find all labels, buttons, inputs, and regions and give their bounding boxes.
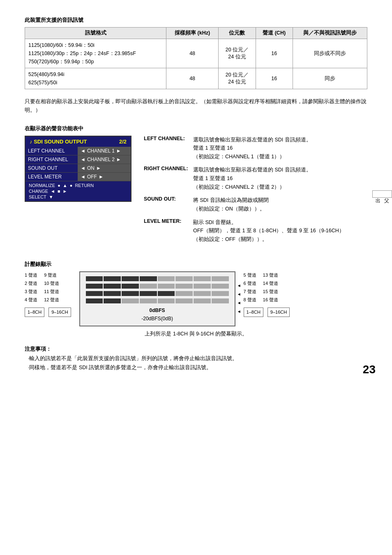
- right-channel-labels: 5 聲道 6 聲道 7 聲道 8 聲道 13 聲道 14 聲道 15 聲道 16…: [244, 271, 290, 317]
- meter-wrapper: ◄◄◄◄ 0dBFS -20dBFS(0dB): [79, 271, 235, 326]
- seg: [104, 276, 121, 281]
- ch7-label: 7 聲道: [244, 288, 256, 296]
- desc-right-channel: RIGHT CHANNEL: 選取訊號會輸出至顯示器右聲道的 SDI 音訊頻道。…: [144, 166, 367, 191]
- right-col2: 13 聲道 14 聲道 15 聲道 16 聲道: [263, 271, 278, 304]
- meter-bar-4: [86, 298, 229, 303]
- left-col1: 1 聲道 2 聲道 3 聲道 4 聲道: [25, 271, 37, 304]
- level-meter-value: OFF: [87, 174, 97, 180]
- sdi-menu-page: 2/2: [119, 139, 127, 145]
- seg: [86, 284, 103, 289]
- audio-section: ♪ SDI SOUND OUTPUT 2/2 LEFT CHANNEL ◄ CH…: [25, 136, 367, 249]
- cell-sync-1: 同步或不同步: [293, 39, 367, 68]
- seg: [194, 284, 211, 289]
- left-channel-labels: 1 聲道 2 聲道 3 聲道 4 聲道 9 聲道 10 聲道 11 聲道 12 …: [25, 271, 71, 317]
- desc-label-meter: LEVEL METER:: [144, 218, 189, 244]
- ch8-label: 8 聲道: [244, 296, 256, 304]
- cell-format-1: 1125(1080)/60i：59.94i：50i 1125(1080)/30p…: [25, 39, 166, 68]
- note-item-2: ·同樣地，聲道若不是 SDI 訊號所選的多聲道之一，亦會停止輸出該音訊訊號。: [25, 363, 367, 372]
- page-container: 此裝置所支援的音訊訊號 訊號格式 採樣頻率 (kHz) 位元數 聲道 (CH) …: [0, 0, 392, 388]
- desc-content-sound: 將 SDI 音訊輸出設為開啟或關閉（初始設定：ON（開啟））。: [193, 196, 269, 213]
- ch10-label: 10 聲道: [44, 280, 59, 288]
- sdi-menu-header: ♪ SDI SOUND OUTPUT 2/2: [25, 136, 131, 147]
- channel2-label: CHANNEL 2: [87, 157, 115, 162]
- seg: [212, 298, 229, 303]
- arrow-left-icon3: ◄: [81, 165, 85, 171]
- change-left-icon: ◄: [51, 189, 55, 194]
- notes-section: 注意事項： ·輸入的訊號若不是「此裝置所支援的音訊訊號」所列的訊號，將會停止輸出…: [25, 346, 367, 372]
- right-tab: 父 出: [372, 190, 392, 198]
- desc-left-channel: LEFT CHANNEL: 選取訊號會輸出至顯示器左聲道的 SDI 音訊頻道。聲…: [144, 136, 367, 161]
- seg: [212, 284, 229, 289]
- sdi-bottom-row3: SELECT ▼: [29, 194, 127, 199]
- seg: [122, 276, 139, 281]
- seg: [194, 291, 211, 296]
- left-col2: 9 聲道 10 聲道 11 聲道 12 聲道: [44, 271, 59, 304]
- right-col1: 5 聲道 6 聲道 7 聲道 8 聲道: [244, 271, 256, 304]
- section1: 此裝置所支援的音訊訊號 訊號格式 採樣頻率 (kHz) 位元數 聲道 (CH) …: [25, 16, 367, 89]
- seg: [86, 298, 103, 303]
- sdi-label-level-meter: LEVEL METER: [25, 173, 78, 181]
- col-header-bitdepth: 位元數: [219, 28, 256, 39]
- ch13-label: 13 聲道: [263, 271, 278, 280]
- sdi-label-right-channel: RIGHT CHANNEL: [25, 155, 78, 164]
- ch5-label: 5 聲道: [244, 271, 256, 280]
- seg: [104, 291, 121, 296]
- seg: [104, 284, 121, 289]
- desc-content-right: 選取訊號會輸出至顯示器右聲道的 SDI 音訊頻道。聲道 1 至聲道 16（初始設…: [193, 166, 311, 191]
- ch12-label: 12 聲道: [44, 296, 59, 304]
- square-icon: ■: [58, 189, 60, 194]
- sdi-value-right-channel: ◄ CHANNEL 2 ►: [78, 155, 131, 164]
- sdi-value-left-channel: ◄ CHANNEL 1 ►: [78, 147, 131, 155]
- sdi-label-sound-out: SOUND OUT: [25, 164, 78, 172]
- meter-caption: 上列所示是 1-8CH 與 9-16CH 的螢幕顯示。: [25, 331, 367, 338]
- music-icon: ♪ SDI SOUND OUTPUT: [30, 139, 87, 145]
- sdi-bottom-row2: CHANGE ◄ ■ ►: [29, 189, 127, 194]
- meter-bar-1: [86, 276, 229, 281]
- cell-samplerate-2: 48: [166, 68, 219, 89]
- seg: [212, 291, 229, 296]
- left-ch-box-9-16: 9–16CH: [48, 308, 71, 317]
- note-item-1: ·輸入的訊號若不是「此裝置所支援的音訊訊號」所列的訊號，將會停止輸出該音訊訊號。: [25, 354, 367, 363]
- ch15-label: 15 聲道: [263, 288, 278, 296]
- cell-samplerate-1: 48: [166, 39, 219, 68]
- sdi-value-sound-out: ◄ ON ►: [78, 164, 131, 172]
- seg: [158, 284, 175, 289]
- arrow-right-icon: ►: [116, 148, 121, 154]
- seg: [140, 276, 157, 281]
- change-label: CHANGE: [29, 189, 48, 194]
- ch1-label: 1 聲道: [25, 271, 37, 280]
- col-header-channels: 聲道 (CH): [256, 28, 293, 39]
- ch9-label: 9 聲道: [44, 271, 59, 280]
- table-row: 525(480)/59.94i625(575)/50i 48 20 位元／24 …: [25, 68, 367, 89]
- meter-display-area: 1 聲道 2 聲道 3 聲道 4 聲道 9 聲道 10 聲道 11 聲道 12 …: [25, 271, 367, 326]
- table-row: 1125(1080)/60i：59.94i：50i 1125(1080)/30p…: [25, 39, 367, 68]
- signal-table: 訊號格式 採樣頻率 (kHz) 位元數 聲道 (CH) 與／不與視訊訊號同步 1…: [25, 27, 367, 89]
- sdi-row-sound-out: SOUND OUT ◄ ON ►: [25, 164, 131, 173]
- cell-format-2: 525(480)/59.94i625(575)/50i: [25, 68, 166, 89]
- seg: [175, 291, 193, 296]
- left-ch-box-1-8: 1–8CH: [25, 308, 44, 317]
- ch14-label: 14 聲道: [263, 280, 278, 288]
- meter-pointers: ◄◄◄◄: [237, 281, 241, 316]
- sdi-row-level-meter: LEVEL METER ◄ OFF ►: [25, 173, 131, 181]
- page-number: 23: [363, 363, 376, 376]
- dot-icon: ●: [58, 183, 60, 188]
- desc-level-meter: LEVEL METER: 顯示 SDI 音壓錶。OFF（關閉），聲道 1 至 8…: [144, 218, 367, 244]
- arrow-right-icon2: ►: [116, 157, 121, 162]
- sdi-label-left-channel: LEFT CHANNEL: [25, 147, 78, 155]
- desc-sound-out: SOUND OUT: 將 SDI 音訊輸出設為開啟或關閉（初始設定：ON（開啟）…: [144, 196, 367, 213]
- left-ch-boxes: 1–8CH 9–16CH: [25, 306, 71, 317]
- seg: [175, 284, 193, 289]
- seg: [194, 276, 211, 281]
- seg: [194, 298, 211, 303]
- desc-content-left: 選取訊號會輸出至顯示器左聲道的 SDI 音訊頻道。聲道 1 至聲道 16（初始設…: [193, 136, 311, 161]
- channel1-label: CHANNEL 1: [87, 148, 115, 154]
- right-ch-box-1-8: 1–8CH: [244, 308, 263, 317]
- meter-20dbfs-label: -20dBFS(0dB): [86, 316, 229, 321]
- body-text: 只要在相容的顯示器上安裝此端子板，即可由顯示器執行板上的音訊設定。（如需顯示器與…: [25, 97, 367, 115]
- arrow-right-icon3: ►: [96, 165, 101, 171]
- arrow-left-icon2: ◄: [81, 157, 85, 162]
- col-header-samplerate: 採樣頻率 (kHz): [166, 28, 219, 39]
- return-label: RETURN: [75, 183, 94, 188]
- col-header-format: 訊號格式: [25, 28, 166, 39]
